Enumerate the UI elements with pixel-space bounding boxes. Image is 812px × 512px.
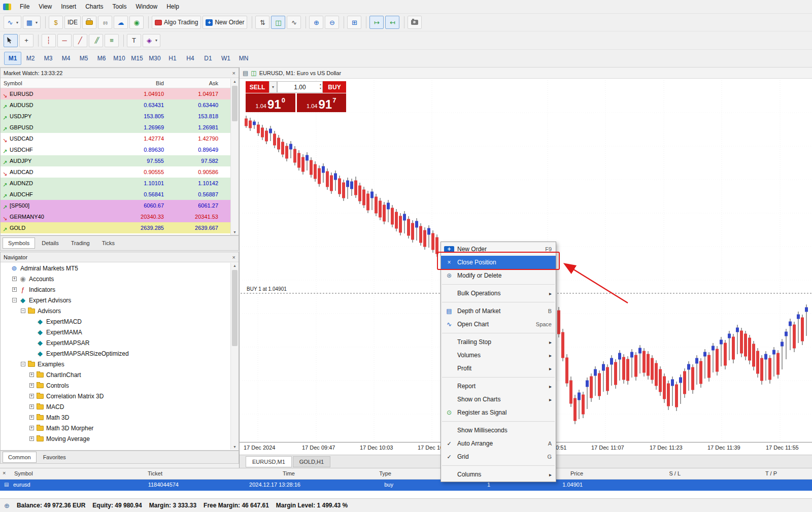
market-watch-row-gbpusd[interactable]: ↗GBPUSD1.269691.26981: [1, 122, 239, 133]
navigator-item-chartinchart[interactable]: +ChartInChart: [1, 369, 230, 380]
market-watch-row-audjpy[interactable]: ↗AUDJPY97.55597.582: [1, 155, 239, 166]
lock-button[interactable]: [82, 16, 96, 29]
chart-tab-gold-h1[interactable]: GOLD,H1: [293, 456, 330, 467]
crosshair-tool-button[interactable]: +: [19, 34, 33, 47]
spinner-down-icon[interactable]: ▾: [320, 86, 321, 90]
cursor-tool-button[interactable]: [4, 34, 18, 47]
market-watch-row-eurusd[interactable]: ↘EURUSD1.049101.04917: [1, 88, 239, 99]
context-menu-item-register-as-signal[interactable]: ⊙Register as Signal: [441, 406, 556, 419]
chart-tab-eurusd-m1[interactable]: EURUSD,M1: [246, 456, 292, 467]
buy-price-display[interactable]: 1.04917: [297, 93, 347, 112]
market-watch-row-audchf[interactable]: ↗AUDCHF0.568410.56887: [1, 189, 239, 200]
menu-item[interactable]: Help: [162, 2, 184, 12]
navigator-item-correlation-matrix-3d[interactable]: +Correlation Matrix 3D: [1, 391, 230, 401]
tile-windows-button[interactable]: ⊞: [347, 16, 361, 29]
context-menu-item-close-position[interactable]: ×Close Position: [441, 256, 556, 269]
expand-icon[interactable]: +: [29, 394, 34, 398]
ide-button[interactable]: IDE: [64, 16, 81, 29]
context-menu-item-grid[interactable]: ✓GridG: [441, 450, 556, 463]
context-menu-item-show-on-charts[interactable]: Show on Charts▸: [441, 393, 556, 406]
expand-icon[interactable]: +: [29, 383, 34, 388]
chart-menu-icon[interactable]: ▤: [243, 70, 248, 77]
trade-column-price[interactable]: Price: [570, 470, 583, 476]
navigator-item-indicators[interactable]: +ƒIndicators: [1, 284, 230, 295]
scroll-down-icon[interactable]: ▼: [231, 445, 239, 449]
sell-button[interactable]: SELL: [246, 81, 269, 93]
context-menu-item-profit[interactable]: Profit▸: [441, 362, 556, 375]
menu-item[interactable]: Tools: [108, 2, 131, 12]
expand-icon[interactable]: +: [29, 404, 34, 409]
zoom-in-button[interactable]: ⊕: [309, 16, 323, 29]
expand-icon[interactable]: +: [29, 426, 34, 430]
close-icon[interactable]: ×: [232, 70, 235, 76]
timeframe-h4[interactable]: H4: [182, 52, 199, 65]
collapse-icon[interactable]: −: [21, 362, 25, 366]
dropdown-arrow-icon[interactable]: ▾: [155, 38, 157, 43]
market-watch-row-usdjpy[interactable]: ↗USDJPY153.805153.818: [1, 111, 239, 122]
expand-icon[interactable]: +: [29, 372, 34, 377]
scroll-down-icon[interactable]: ▼: [231, 230, 239, 234]
bid-column-header[interactable]: Bid: [115, 80, 169, 86]
trade-column-type[interactable]: Type: [379, 470, 391, 476]
trade-column-ticket[interactable]: Ticket: [148, 470, 162, 476]
trade-column-s-l[interactable]: S / L: [669, 470, 681, 476]
timeframe-mn[interactable]: MN: [235, 52, 252, 65]
context-menu-item-auto-arrange[interactable]: ✓Auto ArrangeA: [441, 437, 556, 450]
market-watch-tab-ticks[interactable]: Ticks: [96, 237, 120, 249]
trade-column-symbol[interactable]: Symbol: [14, 470, 33, 476]
market-watch-row-audusd[interactable]: ↗AUDUSD0.634310.63440: [1, 99, 239, 111]
scroll-up-icon[interactable]: ▲: [231, 264, 239, 267]
context-menu-item-open-chart[interactable]: ∿Open ChartSpace: [441, 318, 556, 331]
menu-item[interactable]: Window: [131, 2, 162, 12]
context-menu-item-bulk-operations[interactable]: Bulk Operations▸: [441, 287, 556, 300]
context-menu-item-modify-or-delete[interactable]: ⊛Modify or Delete: [441, 269, 556, 282]
menu-item[interactable]: View: [34, 2, 56, 12]
dock-left-button[interactable]: ↤: [385, 16, 399, 29]
trade-column-time[interactable]: Time: [283, 470, 295, 476]
navigator-item-macd[interactable]: +MACD: [1, 401, 230, 412]
expand-icon[interactable]: +: [29, 436, 34, 441]
zoom-out-button[interactable]: ⊖: [325, 16, 339, 29]
timeframe-m6[interactable]: M6: [93, 52, 110, 65]
navigator-item-math-3d[interactable]: +Math 3D: [1, 412, 230, 423]
data-window-button[interactable]: ◫: [271, 16, 285, 29]
market-watch-row-usdcad[interactable]: ↘USDCAD1.427741.42790: [1, 133, 239, 144]
timeframe-m5[interactable]: M5: [75, 52, 92, 65]
timeframe-w1[interactable]: W1: [217, 52, 234, 65]
chart-profiles-button[interactable]: ▦▾: [23, 16, 41, 29]
text-tool-button[interactable]: T: [127, 34, 141, 47]
context-menu-item-report[interactable]: Report▸: [441, 380, 556, 393]
horizontal-line-tool-button[interactable]: ─: [57, 34, 72, 47]
context-menu-item-new-order[interactable]: +New OrderF9: [441, 243, 556, 256]
timeframe-m10[interactable]: M10: [111, 52, 128, 65]
timeframe-d1[interactable]: D1: [199, 52, 217, 65]
spinner-up-icon[interactable]: ▴: [320, 82, 321, 86]
timeframe-m15[interactable]: M15: [128, 52, 146, 65]
market-watch-row-usdchf[interactable]: ↗USDCHF0.896300.89649: [1, 144, 239, 155]
scrollbar-thumb[interactable]: [232, 270, 238, 346]
context-menu-item-columns[interactable]: Columns▸: [441, 468, 556, 481]
timeframe-h1[interactable]: H1: [164, 52, 181, 65]
community-button[interactable]: ◉: [129, 16, 144, 29]
context-menu-item-volumes[interactable]: Volumes▸: [441, 349, 556, 362]
timeframe-m2[interactable]: M2: [22, 52, 39, 65]
timeframe-m30[interactable]: M30: [146, 52, 163, 65]
navigator-scrollbar[interactable]: ▲ ▼: [230, 263, 239, 450]
trendline-tool-button[interactable]: ╱: [73, 34, 87, 47]
menu-item[interactable]: Charts: [81, 2, 108, 12]
navigator-item-math-3d-morpher[interactable]: +Math 3D Morpher: [1, 423, 230, 433]
open-position-row[interactable]: ▤ eurusd11840445742024.12.17 13:28:16buy…: [0, 480, 812, 491]
menu-item[interactable]: Insert: [56, 2, 81, 12]
timeframe-m4[interactable]: M4: [57, 52, 75, 65]
screenshot-button[interactable]: [408, 16, 422, 29]
navigator-item-expert-advisors[interactable]: −◆Expert Advisors: [1, 295, 230, 305]
new-chart-button[interactable]: ∿▾: [4, 16, 21, 29]
context-menu-item-trailing-stop[interactable]: Trailing Stop▸: [441, 335, 556, 349]
market-watch-tab-trading[interactable]: Trading: [65, 237, 95, 249]
channel-tool-button[interactable]: ╱╱: [89, 34, 103, 47]
market-watch-row-gold[interactable]: ↗GOLD2639.2852639.667: [1, 222, 239, 233]
navigator-item-controls[interactable]: +Controls: [1, 380, 230, 391]
fibonacci-tool-button[interactable]: ≡: [105, 34, 119, 47]
new-order-button[interactable]: +New Order: [202, 16, 247, 29]
buy-button[interactable]: BUY: [323, 81, 346, 93]
